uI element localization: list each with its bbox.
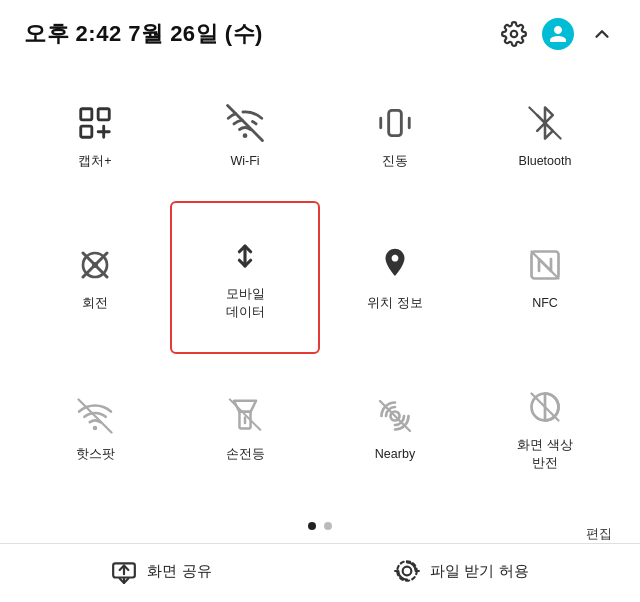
header-icons: [500, 18, 616, 50]
svg-line-22: [380, 401, 410, 431]
mobile-data-icon: [223, 234, 267, 278]
avatar-icon[interactable]: [542, 18, 574, 50]
file-receive-label: 파일 받기 허용: [430, 562, 528, 581]
pagination-row: 편집: [0, 513, 640, 543]
grid-item-flashlight[interactable]: 손전등: [170, 354, 320, 503]
quick-settings-grid: 캡처+ Wi-Fi: [0, 60, 640, 513]
file-receive-button[interactable]: 파일 받기 허용: [394, 558, 528, 584]
screen-share-icon: [111, 558, 137, 584]
bluetooth-label: Bluetooth: [519, 153, 572, 171]
pagination-dot-1: [308, 522, 316, 530]
nfc-icon: [523, 243, 567, 287]
capture-icon: [73, 101, 117, 145]
grid-item-hotspot[interactable]: 핫스팟: [20, 354, 170, 503]
svg-rect-6: [389, 110, 402, 135]
quick-settings-panel: 오후 2:42 7월 26일 (수): [0, 0, 640, 602]
vibration-label: 진동: [382, 153, 408, 171]
grid-item-nfc[interactable]: NFC: [470, 201, 620, 354]
svg-point-30: [398, 561, 418, 581]
grid-item-wifi[interactable]: Wi-Fi: [170, 70, 320, 201]
vibration-icon: [373, 101, 417, 145]
capture-label: 캡처+: [78, 153, 111, 171]
wifi-label: Wi-Fi: [230, 153, 259, 171]
svg-rect-1: [81, 109, 92, 120]
color-inversion-label: 화면 색상반전: [517, 437, 572, 472]
header-datetime: 오후 2:42 7월 26일 (수): [24, 19, 263, 49]
color-inversion-icon: [523, 385, 567, 429]
svg-line-14: [532, 251, 559, 278]
screen-share-label: 화면 공유: [147, 562, 211, 581]
edit-label[interactable]: 편집: [586, 525, 612, 543]
pagination-dot-2: [324, 522, 332, 530]
hotspot-label: 핫스팟: [76, 446, 115, 464]
svg-rect-3: [81, 126, 92, 137]
flashlight-label: 손전등: [226, 446, 265, 464]
grid-item-nearby[interactable]: Nearby: [320, 354, 470, 503]
grid-item-rotation[interactable]: 회전: [20, 201, 170, 354]
header: 오후 2:42 7월 26일 (수): [0, 0, 640, 60]
svg-rect-2: [98, 109, 109, 120]
nearby-icon: [373, 394, 417, 438]
grid-item-color-inversion[interactable]: 화면 색상반전: [470, 354, 620, 503]
settings-icon[interactable]: [500, 20, 528, 48]
hotspot-icon: [73, 394, 117, 438]
rotation-icon: [73, 243, 117, 287]
flashlight-icon: [223, 394, 267, 438]
grid-item-capture[interactable]: 캡처+: [20, 70, 170, 201]
svg-point-11: [92, 262, 98, 268]
wifi-off-icon: [223, 101, 267, 145]
chevron-up-icon[interactable]: [588, 20, 616, 48]
bluetooth-off-icon: [523, 101, 567, 145]
svg-point-29: [403, 567, 412, 576]
nearby-label: Nearby: [375, 446, 415, 464]
nfc-label: NFC: [532, 295, 558, 313]
bottom-bar: 화면 공유 파일 받기 허용: [0, 543, 640, 602]
grid-item-location[interactable]: 위치 정보: [320, 201, 470, 354]
svg-point-0: [511, 31, 518, 38]
rotation-label: 회전: [82, 295, 108, 313]
grid-item-mobile-data[interactable]: 모바일데이터: [170, 201, 320, 354]
mobile-data-label: 모바일데이터: [226, 286, 265, 321]
location-label: 위치 정보: [367, 295, 422, 313]
grid-item-vibration[interactable]: 진동: [320, 70, 470, 201]
file-receive-icon: [394, 558, 420, 584]
header-time: 오후 2:42 7월 26일 (수): [24, 21, 263, 46]
grid-item-bluetooth[interactable]: Bluetooth: [470, 70, 620, 201]
pagination-dots: [308, 518, 332, 538]
location-icon: [373, 243, 417, 287]
screen-share-button[interactable]: 화면 공유: [111, 558, 211, 584]
